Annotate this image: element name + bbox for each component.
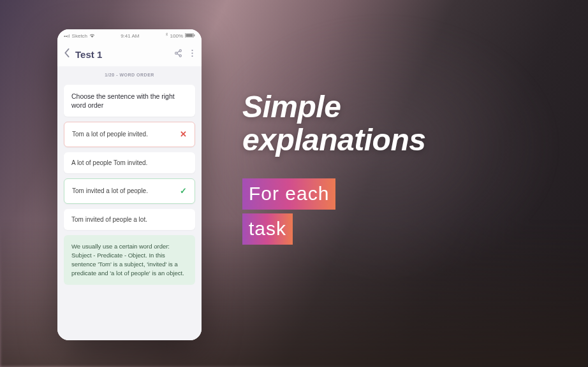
status-bar: ••ıl Sketch 9:41 AM 100% [57, 29, 202, 42]
battery-icon [185, 33, 195, 39]
explanation-card: We usually use a certain word order: Sub… [64, 235, 195, 284]
svg-point-5 [179, 55, 181, 57]
correct-icon: ✓ [180, 185, 187, 197]
promo-sub-line2: task [242, 213, 293, 245]
app-header: Test 1 [57, 42, 202, 66]
svg-line-7 [177, 54, 179, 55]
battery-label: 100% [170, 33, 183, 39]
answer-option[interactable]: Tom invited of people a lot. [64, 209, 195, 231]
answer-option[interactable]: Tom a lot of people invited. ✕ [64, 122, 195, 147]
answer-text: Tom invited a lot of people. [72, 187, 148, 196]
svg-point-3 [179, 50, 181, 52]
svg-line-6 [177, 51, 179, 52]
signal-icon: ••ıl [64, 33, 70, 39]
promo-subheading: For each task [242, 178, 548, 248]
svg-rect-2 [194, 34, 195, 36]
carrier-label: Sketch [72, 33, 87, 39]
back-icon[interactable] [64, 48, 70, 60]
answer-text: Tom a lot of people invited. [72, 130, 148, 139]
svg-point-9 [191, 52, 193, 54]
promo-heading: Simple explanations [242, 90, 548, 157]
svg-point-10 [191, 55, 193, 57]
screen-title: Test 1 [75, 49, 167, 60]
wrong-icon: ✕ [180, 129, 187, 140]
svg-point-4 [175, 52, 177, 54]
more-icon[interactable] [189, 49, 195, 59]
share-icon[interactable] [172, 49, 184, 59]
status-time: 9:41 AM [121, 33, 139, 39]
progress-label: 1/20 - WORD ORDER [64, 71, 195, 80]
answer-option[interactable]: A lot of people Tom invited. [64, 152, 195, 174]
question-prompt: Choose the sentence with the right word … [64, 85, 195, 117]
answer-text: Tom invited of people a lot. [71, 215, 147, 224]
app-body: 1/20 - WORD ORDER Choose the sentence wi… [57, 66, 202, 340]
svg-point-8 [191, 50, 193, 51]
promo-block: Simple explanations For each task [242, 90, 548, 248]
promo-heading-line1: Simple [242, 90, 548, 124]
promo-heading-line2: explanations [242, 124, 548, 157]
svg-rect-1 [186, 34, 193, 37]
answer-text: A lot of people Tom invited. [71, 159, 147, 168]
wifi-icon [89, 33, 95, 39]
phone-mockup: ••ıl Sketch 9:41 AM 100% Test 1 [57, 29, 202, 340]
promo-sub-line1: For each [242, 178, 335, 210]
bluetooth-icon [165, 32, 168, 39]
answer-option[interactable]: Tom invited a lot of people. ✓ [64, 178, 195, 204]
